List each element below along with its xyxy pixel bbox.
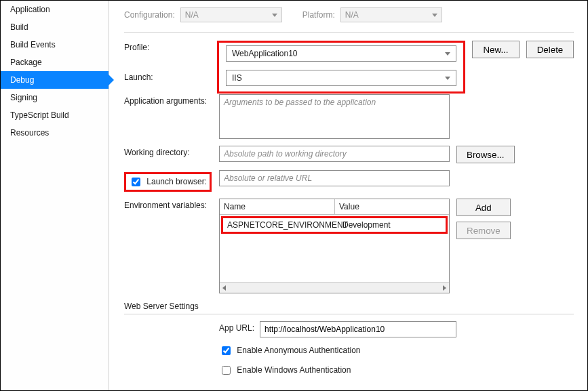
sidebar-item-debug[interactable]: Debug <box>1 71 109 89</box>
launch-browser-label: Launch browser: <box>146 177 207 186</box>
configuration-label: Configuration: <box>124 10 175 20</box>
scroll-left-icon <box>222 285 226 291</box>
platform-dropdown: N/A <box>340 7 442 22</box>
profile-label: Profile: <box>124 41 217 52</box>
launch-browser-checkbox[interactable] <box>132 178 140 186</box>
app-url-input[interactable] <box>260 321 456 337</box>
env-row-highlight[interactable]: ASPNETCORE_ENVIRONMENT Development <box>221 216 448 234</box>
chevron-down-icon <box>445 77 450 80</box>
app-url-label: App URL: <box>219 321 260 333</box>
env-vars-label: Environment variables: <box>124 199 219 210</box>
sidebar-item-typescript-build[interactable]: TypeScript Build <box>1 106 109 124</box>
new-profile-button[interactable]: New... <box>472 41 520 58</box>
sidebar-item-build-events[interactable]: Build Events <box>1 36 109 54</box>
win-auth-label: Enable Windows Authentication <box>237 365 351 375</box>
env-vars-grid[interactable]: Name Value ASPNETCORE_ENVIRONMENT Develo… <box>219 199 450 293</box>
sidebar-item-build[interactable]: Build <box>1 18 109 36</box>
delete-profile-button[interactable]: Delete <box>526 41 574 58</box>
sidebar-item-resources[interactable]: Resources <box>1 124 109 142</box>
env-col-value: Value <box>335 199 449 214</box>
env-add-button[interactable]: Add <box>456 199 511 216</box>
application-arguments-input[interactable] <box>219 94 450 139</box>
launch-browser-highlight: Launch browser: <box>124 172 212 192</box>
sidebar-item-package[interactable]: Package <box>1 54 109 71</box>
configuration-dropdown: N/A <box>180 7 282 22</box>
profile-dropdown[interactable]: WebApplication10 <box>226 45 456 62</box>
debug-page: Configuration: N/A Platform: N/A Profile… <box>109 1 587 390</box>
launch-browser-url-input[interactable] <box>219 170 450 186</box>
anon-auth-row[interactable]: Enable Anonymous Authentication <box>219 344 360 357</box>
env-remove-button[interactable]: Remove <box>456 222 511 239</box>
win-auth-checkbox[interactable] <box>222 366 231 375</box>
chevron-down-icon <box>272 14 277 17</box>
web-server-settings-header: Web Server Settings <box>124 302 574 314</box>
launch-dropdown[interactable]: IIS <box>226 70 456 86</box>
browse-button[interactable]: Browse... <box>456 146 515 163</box>
env-col-name: Name <box>220 199 335 214</box>
platform-label: Platform: <box>302 10 335 20</box>
chevron-down-icon <box>445 52 450 56</box>
project-properties-sidebar: Application Build Build Events Package D… <box>1 1 109 390</box>
anon-auth-label: Enable Anonymous Authentication <box>237 346 360 355</box>
grid-horizontal-scrollbar[interactable] <box>220 282 449 293</box>
anon-auth-checkbox[interactable] <box>222 346 231 355</box>
working-directory-input[interactable] <box>219 146 450 162</box>
scroll-right-icon <box>443 285 446 291</box>
config-platform-bar: Configuration: N/A Platform: N/A <box>124 7 574 33</box>
appargs-label: Application arguments: <box>124 94 219 106</box>
sidebar-item-signing[interactable]: Signing <box>1 89 109 106</box>
profile-launch-highlight: WebApplication10 IIS <box>217 41 465 94</box>
sidebar-item-application[interactable]: Application <box>1 1 109 18</box>
win-auth-row[interactable]: Enable Windows Authentication <box>219 364 351 377</box>
launch-label: Launch: <box>124 70 219 82</box>
workdir-label: Working directory: <box>124 146 219 157</box>
chevron-down-icon <box>432 14 437 17</box>
